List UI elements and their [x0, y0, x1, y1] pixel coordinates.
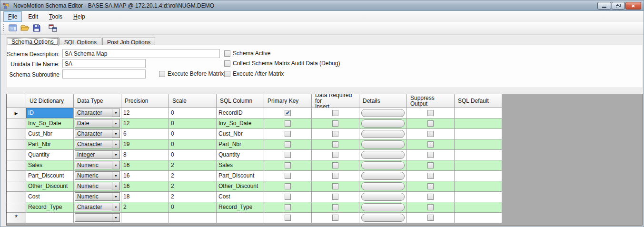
cell-sql-default[interactable]	[455, 171, 502, 181]
cell-u2-dictionary[interactable]: Inv_So_Date	[26, 118, 74, 129]
data-required-checkbox[interactable]	[332, 194, 338, 200]
cell-data-required[interactable]	[312, 213, 359, 223]
unidata-file-name-input[interactable]	[62, 59, 146, 68]
row-selector[interactable]	[7, 171, 26, 181]
details-button[interactable]	[361, 182, 405, 190]
cell-sql-default[interactable]	[455, 150, 502, 160]
cell-primary-key[interactable]	[264, 171, 312, 181]
cell-data-type[interactable]: ▼	[74, 213, 121, 223]
chevron-down-icon[interactable]: ▼	[112, 119, 119, 127]
cell-details[interactable]	[359, 139, 407, 150]
data-required-checkbox[interactable]	[332, 173, 338, 179]
chevron-down-icon[interactable]: ▼	[112, 172, 119, 179]
row-selector[interactable]	[7, 181, 26, 192]
chevron-down-icon[interactable]: ▼	[112, 161, 119, 169]
schema-active-checkbox[interactable]	[224, 50, 230, 57]
cell-sql-default[interactable]	[455, 160, 502, 171]
primary-key-checkbox[interactable]	[285, 215, 291, 221]
cell-primary-key[interactable]	[264, 213, 312, 223]
cell-primary-key[interactable]	[264, 181, 312, 192]
details-button[interactable]	[361, 119, 405, 128]
cell-primary-key[interactable]	[264, 202, 312, 213]
cell-suppress-output[interactable]	[407, 171, 455, 181]
cell-details[interactable]	[359, 129, 407, 139]
row-selector[interactable]	[7, 202, 26, 213]
primary-key-checkbox[interactable]: ✔	[285, 110, 291, 116]
primary-key-checkbox[interactable]	[285, 152, 291, 158]
cell-data-type[interactable]: Character▼	[74, 108, 121, 118]
suppress-output-checkbox[interactable]	[427, 204, 434, 210]
data-type-dropdown[interactable]: Integer▼	[75, 150, 120, 159]
cell-data-required[interactable]	[312, 181, 359, 192]
data-type-dropdown[interactable]: Character▼	[75, 140, 120, 148]
cell-data-required[interactable]	[312, 108, 359, 118]
cell-sql-column[interactable]: Cust_Nbr	[217, 129, 264, 139]
restore-button[interactable]	[612, 2, 625, 10]
column-header-u2-dictionary[interactable]: U2 Dictionary	[26, 94, 74, 108]
cell-u2-dictionary[interactable]: ID	[26, 108, 74, 118]
suppress-output-checkbox[interactable]	[427, 173, 434, 179]
cell-precision[interactable]: 12	[121, 108, 169, 118]
cell-u2-dictionary[interactable]: Part_Nbr	[26, 139, 74, 150]
details-button[interactable]	[361, 109, 405, 117]
primary-key-checkbox[interactable]	[285, 204, 291, 210]
cell-precision[interactable]: 16	[121, 181, 169, 192]
toolbar-grip[interactable]	[2, 24, 4, 32]
details-button[interactable]	[361, 151, 405, 159]
menu-file[interactable]: File	[3, 11, 22, 22]
cell-sql-column[interactable]: Cost	[217, 192, 264, 202]
cell-scale[interactable]: 0	[169, 118, 217, 129]
cell-sql-column[interactable]: Quantity	[217, 150, 264, 160]
cell-data-type[interactable]: Numeric▼	[74, 181, 121, 192]
row-selector-current[interactable]: ►	[7, 108, 26, 118]
cell-details[interactable]	[359, 192, 407, 202]
data-required-checkbox[interactable]	[332, 162, 338, 168]
tab-schema-options[interactable]: Schema Options	[7, 37, 59, 46]
cell-sql-column[interactable]: Other_Discount	[217, 181, 264, 192]
details-button[interactable]	[361, 193, 405, 201]
cell-scale[interactable]: 0	[169, 129, 217, 139]
row-selector[interactable]	[7, 129, 26, 139]
cell-details[interactable]	[359, 150, 407, 160]
cell-sql-column[interactable]: Record_Type	[217, 202, 264, 213]
suppress-output-checkbox[interactable]	[427, 194, 434, 200]
cell-primary-key[interactable]: ✔	[264, 108, 312, 118]
cell-sql-column[interactable]: Sales	[217, 160, 264, 171]
details-button[interactable]	[361, 161, 405, 169]
cell-scale[interactable]	[169, 213, 217, 223]
data-type-dropdown[interactable]: Character▼	[75, 203, 120, 211]
suppress-output-checkbox[interactable]	[427, 110, 434, 116]
data-type-dropdown[interactable]: ▼	[75, 213, 120, 222]
data-required-checkbox[interactable]	[332, 120, 338, 127]
data-required-checkbox[interactable]	[332, 183, 338, 189]
primary-key-checkbox[interactable]	[285, 194, 291, 200]
cell-precision[interactable]: 16	[121, 160, 169, 171]
cell-details[interactable]	[359, 160, 407, 171]
cell-sql-default[interactable]	[455, 129, 502, 139]
cell-scale[interactable]: 2	[169, 181, 217, 192]
data-required-checkbox[interactable]	[332, 152, 338, 158]
data-type-dropdown[interactable]: Numeric▼	[75, 161, 120, 169]
tab-sql-options[interactable]: SQL Options	[59, 38, 101, 46]
cell-scale[interactable]: 0	[169, 202, 217, 213]
cell-u2-dictionary[interactable]: Other_Discount	[26, 181, 74, 192]
cell-details[interactable]	[359, 118, 407, 129]
chevron-down-icon[interactable]: ▼	[112, 140, 119, 148]
cell-precision[interactable]: 12	[121, 118, 169, 129]
cell-details[interactable]	[359, 202, 407, 213]
cell-scale[interactable]: 0	[169, 150, 217, 160]
primary-key-checkbox[interactable]	[285, 183, 291, 189]
chevron-down-icon[interactable]: ▼	[112, 203, 119, 211]
column-header-primary-key[interactable]: Primary Key	[264, 94, 312, 108]
cell-sql-default[interactable]	[455, 108, 502, 118]
suppress-output-checkbox[interactable]	[427, 120, 434, 127]
cell-sql-default[interactable]	[455, 202, 502, 213]
primary-key-checkbox[interactable]	[285, 131, 291, 137]
cell-scale[interactable]: 2	[169, 192, 217, 202]
column-header-corner[interactable]	[7, 94, 26, 108]
cell-details[interactable]	[359, 181, 407, 192]
menu-tools[interactable]: Tools	[44, 11, 67, 22]
cell-scale[interactable]: 2	[169, 171, 217, 181]
new-row-marker[interactable]: *	[7, 213, 26, 223]
chevron-down-icon[interactable]: ▼	[112, 193, 119, 200]
